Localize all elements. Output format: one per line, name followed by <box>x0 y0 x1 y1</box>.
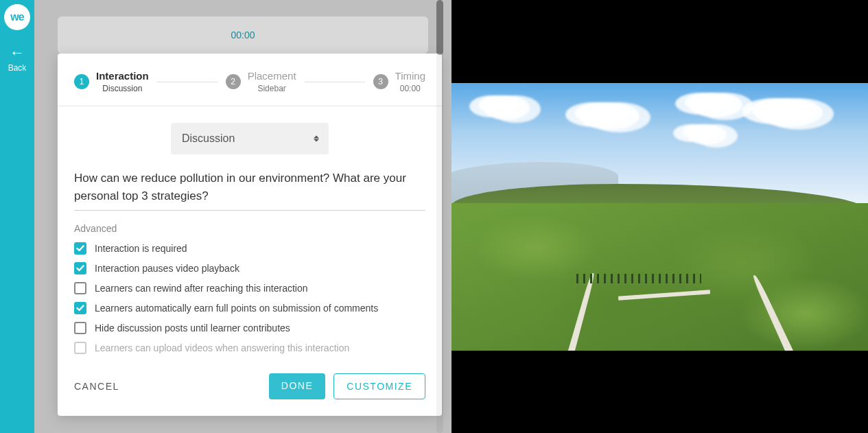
option-row[interactable]: Learners automatically earn full points … <box>74 302 425 314</box>
cancel-button[interactable]: CANCEL <box>74 381 119 392</box>
interaction-modal: 1 Interaction Discussion 2 Placement Sid… <box>58 54 442 416</box>
step-number: 1 <box>74 74 89 89</box>
step-subtitle: 00:00 <box>395 84 425 93</box>
done-button[interactable]: DONE <box>269 373 325 399</box>
modal-footer: CANCEL DONE CUSTOMIZE <box>58 361 442 416</box>
scrollbar-track <box>436 0 443 433</box>
back-button[interactable]: ← Back <box>8 45 27 73</box>
option-row[interactable]: Interaction is required <box>74 242 425 255</box>
logo-text: we <box>10 11 23 23</box>
step-title: Interaction <box>96 70 149 82</box>
checkbox-icon <box>74 302 86 314</box>
step-timing[interactable]: 3 Timing 00:00 <box>373 70 425 93</box>
checkbox-icon <box>74 342 86 354</box>
left-rail: we ← Back <box>0 0 34 433</box>
option-label: Hide discussion posts until learner cont… <box>95 323 290 333</box>
step-divider <box>305 82 365 82</box>
timer-value: 00:00 <box>231 30 255 40</box>
scrollbar-thumb[interactable] <box>436 0 443 55</box>
logo[interactable]: we <box>4 4 30 30</box>
customize-button[interactable]: CUSTOMIZE <box>333 373 425 399</box>
step-title: Placement <box>248 70 296 82</box>
checkbox-icon <box>74 262 86 274</box>
editor-panel: 00:00 1 Interaction Discussion 2 Placeme… <box>34 0 451 433</box>
video-preview-panel <box>451 0 868 433</box>
back-label: Back <box>8 63 27 73</box>
step-placement[interactable]: 2 Placement Sidebar <box>226 70 296 93</box>
option-label: Learners can upload videos when answerin… <box>95 342 349 353</box>
step-number: 2 <box>226 74 241 89</box>
option-label: Learners can rewind after reaching this … <box>95 283 308 294</box>
option-label: Interaction is required <box>95 243 187 254</box>
step-interaction[interactable]: 1 Interaction Discussion <box>74 70 149 93</box>
option-label: Learners automatically earn full points … <box>95 303 378 314</box>
option-label: Interaction pauses video playback <box>95 263 239 274</box>
video-frame[interactable] <box>451 83 868 351</box>
option-row[interactable]: Learners can rewind after reaching this … <box>74 282 425 294</box>
select-value: Discussion <box>182 132 235 144</box>
checkbox-icon <box>74 322 86 334</box>
back-arrow-icon: ← <box>10 45 25 60</box>
step-subtitle: Discussion <box>96 84 149 93</box>
discussion-prompt-input[interactable]: How can we reduce pollution in our envir… <box>74 169 425 211</box>
step-divider <box>157 82 218 82</box>
advanced-label: Advanced <box>74 223 425 234</box>
select-caret-icon <box>314 136 319 142</box>
checkbox-icon <box>74 282 86 294</box>
step-subtitle: Sidebar <box>248 84 296 93</box>
step-title: Timing <box>395 70 425 82</box>
checkbox-icon <box>74 242 86 255</box>
interaction-type-select[interactable]: Discussion <box>171 123 329 154</box>
option-row[interactable]: Interaction pauses video playback <box>74 262 425 274</box>
option-row: Learners can upload videos when answerin… <box>74 342 425 354</box>
option-row[interactable]: Hide discussion posts until learner cont… <box>74 322 425 334</box>
timer-strip: 00:00 <box>58 16 428 54</box>
step-number: 3 <box>373 74 388 89</box>
stepper: 1 Interaction Discussion 2 Placement Sid… <box>58 54 442 106</box>
advanced-options: Interaction is requiredInteraction pause… <box>74 242 425 354</box>
modal-body: Discussion How can we reduce pollution i… <box>58 106 442 361</box>
